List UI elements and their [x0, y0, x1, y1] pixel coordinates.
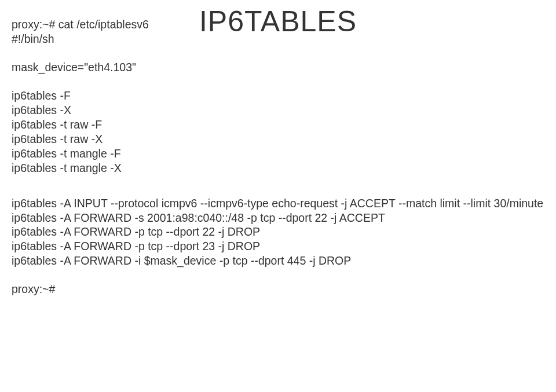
- code-prompt: proxy:~#: [12, 282, 544, 296]
- code-maskdevice: mask_device="eth4.103": [12, 60, 544, 75]
- code-rules: ip6tables -A INPUT --protocol icmpv6 --i…: [12, 196, 544, 269]
- code-flush: ip6tables -F ip6tables -X ip6tables -t r…: [12, 89, 544, 175]
